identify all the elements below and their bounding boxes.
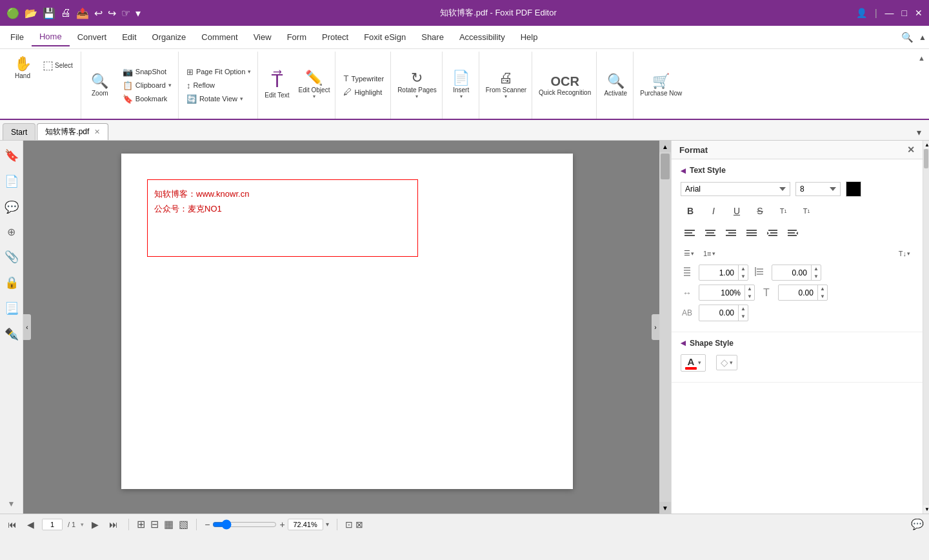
menu-help[interactable]: Help bbox=[513, 28, 546, 46]
rotate-pages-button[interactable]: ↻ Rotate Pages ▾ bbox=[394, 54, 441, 116]
bullet-list-button[interactable]: ☰ ▾ bbox=[681, 247, 697, 259]
scrollbar-thumb-right[interactable] bbox=[924, 149, 928, 168]
typewriter-button[interactable]: T Typewriter bbox=[341, 72, 386, 85]
scale-input[interactable]: ▲ ▼ bbox=[699, 285, 755, 301]
page-dropdown-arrow[interactable]: ▾ bbox=[81, 521, 84, 528]
baseline-up[interactable]: ▲ bbox=[739, 305, 748, 313]
scroll-up-button[interactable]: ▲ bbox=[659, 141, 671, 152]
strikethrough-button[interactable]: S bbox=[750, 202, 770, 220]
hand-tool-button[interactable]: ✋ Hand bbox=[6, 55, 39, 81]
dropdown-arrow-icon[interactable]: ▾ bbox=[135, 7, 141, 19]
pages-sidebar-icon[interactable]: 📄 bbox=[2, 172, 21, 191]
redo-icon[interactable]: ↪ bbox=[108, 7, 116, 19]
bold-button[interactable]: B bbox=[681, 202, 700, 220]
menu-edit[interactable]: Edit bbox=[114, 28, 144, 46]
zoom-dropdown-button[interactable]: ▾ bbox=[326, 521, 329, 528]
superscript-button[interactable]: T1 bbox=[774, 202, 793, 220]
zoom-out-button[interactable]: − bbox=[205, 519, 210, 530]
sidebar-collapse-arrow[interactable]: ▼ bbox=[8, 499, 15, 508]
extract-pages-icon[interactable]: ⊞ bbox=[137, 518, 145, 530]
grid-view-icon[interactable]: ▧ bbox=[179, 518, 188, 530]
clipboard-button[interactable]: 📋 Clipboard ▾ bbox=[120, 79, 174, 92]
line-spacing-input[interactable]: ▲ ▼ bbox=[699, 265, 748, 281]
scale-up[interactable]: ▲ bbox=[745, 285, 754, 293]
zoom-button[interactable]: 🔍 Zoom bbox=[84, 54, 116, 116]
highlight-button[interactable]: 🖊 Highlight bbox=[341, 86, 386, 98]
scale-value[interactable] bbox=[699, 286, 744, 299]
para-spacing-up[interactable]: ▲ bbox=[812, 265, 821, 273]
pdf-viewer[interactable]: ▲ ▼ ‹ › 知软博客：www.knowr.cn 公众号：麦克NO1 bbox=[23, 141, 671, 514]
ribbon-expand-icon[interactable]: ▲ bbox=[919, 33, 926, 42]
text-selection-box[interactable]: 知软博客：www.knowr.cn 公众号：麦克NO1 bbox=[147, 179, 418, 257]
menu-convert[interactable]: Convert bbox=[70, 28, 115, 46]
indent-decrease-button[interactable] bbox=[784, 225, 802, 242]
chat-button[interactable]: 💬 bbox=[911, 519, 924, 530]
baseline-down[interactable]: ▼ bbox=[739, 313, 748, 321]
activate-button[interactable]: 🔍 Activate bbox=[599, 54, 632, 116]
bookmark-button[interactable]: 🔖 Bookmark bbox=[120, 93, 174, 105]
close-button[interactable]: ✕ bbox=[915, 8, 923, 18]
subscript-button[interactable]: T1 bbox=[797, 202, 816, 220]
current-page-field[interactable] bbox=[43, 519, 62, 530]
zoom-in-button[interactable]: + bbox=[279, 519, 285, 530]
save-icon[interactable]: 💾 bbox=[43, 7, 55, 19]
menu-comment[interactable]: Comment bbox=[194, 28, 245, 46]
menu-accessibility[interactable]: Accessibility bbox=[452, 28, 513, 46]
tab-dropdown-arrow[interactable]: ▾ bbox=[912, 125, 926, 140]
para-spacing-input[interactable]: ▲ ▼ bbox=[772, 265, 821, 281]
italic-button[interactable]: I bbox=[704, 202, 723, 220]
split-view-icon[interactable]: ▦ bbox=[164, 518, 174, 530]
edit-text-button[interactable]: T⃗ Edit Text bbox=[261, 54, 293, 116]
fit-width-button[interactable]: ⊡ bbox=[345, 519, 353, 530]
format-panel-close[interactable]: ✕ bbox=[907, 145, 915, 155]
char-spacing-down[interactable]: ▼ bbox=[818, 293, 827, 301]
menu-form[interactable]: Form bbox=[279, 28, 314, 46]
snapshot-button[interactable]: 📷 SnapShot bbox=[120, 66, 174, 78]
ribbon-collapse-button[interactable]: ▲ bbox=[918, 54, 925, 62]
text-style-header[interactable]: ◀ Text Style bbox=[681, 166, 914, 175]
panel-collapse-right[interactable]: › bbox=[652, 314, 659, 340]
numbered-list-button[interactable]: 1≡ ▾ bbox=[700, 247, 719, 259]
menu-organize[interactable]: Organize bbox=[145, 28, 194, 46]
quick-recognition-button[interactable]: OCR Quick Recognition bbox=[535, 54, 595, 116]
comments-sidebar-icon[interactable]: 💬 bbox=[2, 197, 21, 217]
undo-icon[interactable]: ↩ bbox=[94, 7, 103, 19]
line-spacing-value[interactable] bbox=[699, 266, 738, 279]
vertical-scrollbar[interactable] bbox=[659, 152, 671, 502]
scroll-down-button[interactable]: ▼ bbox=[659, 502, 671, 514]
char-spacing-input[interactable]: ▲ ▼ bbox=[778, 285, 828, 301]
highlight-color-button[interactable]: ◇ ▾ bbox=[716, 355, 737, 370]
touch-icon[interactable]: ☞ bbox=[121, 7, 130, 19]
insert-button[interactable]: 📄 Insert ▾ bbox=[445, 54, 477, 116]
next-page-button[interactable]: ▶ bbox=[89, 518, 101, 531]
maximize-button[interactable]: □ bbox=[902, 8, 907, 18]
fields-sidebar-icon[interactable]: 📃 bbox=[2, 299, 21, 318]
page-number-input[interactable] bbox=[42, 519, 63, 530]
align-center-button[interactable] bbox=[701, 225, 719, 242]
rotate-view-button[interactable]: 🔄 Rotate View ▾ bbox=[184, 93, 254, 105]
select-tool-button[interactable]: ⬚ Select bbox=[39, 57, 77, 74]
print-icon[interactable]: 🖨 bbox=[61, 7, 71, 19]
char-spacing-up[interactable]: ▲ bbox=[818, 285, 827, 293]
underline-button[interactable]: U bbox=[727, 202, 746, 220]
security-sidebar-icon[interactable]: 🔒 bbox=[2, 273, 21, 292]
edit-object-button[interactable]: ✏️ Edit Object ▾ bbox=[295, 54, 334, 116]
page-fit-button[interactable]: ⊞ Page Fit Option ▾ bbox=[184, 66, 254, 78]
zoom-slider[interactable] bbox=[212, 519, 277, 530]
user-icon[interactable]: 👤 bbox=[856, 8, 867, 18]
align-left-button[interactable] bbox=[681, 225, 699, 242]
scrollbar-up-button[interactable]: ▲ bbox=[923, 141, 929, 149]
tab-pdf[interactable]: 知软博客.pdf ✕ bbox=[37, 123, 108, 140]
align-justify-button[interactable] bbox=[743, 225, 761, 242]
scrollbar-track[interactable] bbox=[923, 149, 929, 505]
baseline-input[interactable]: ▲ ▼ bbox=[699, 305, 748, 321]
share2-icon[interactable]: 📤 bbox=[76, 7, 89, 19]
para-spacing-down[interactable]: ▼ bbox=[812, 273, 821, 281]
tab-start[interactable]: Start bbox=[3, 123, 35, 140]
fit-page-button[interactable]: ⊠ bbox=[355, 519, 363, 530]
indent-increase-button[interactable] bbox=[763, 225, 781, 242]
line-spacing-down[interactable]: ▼ bbox=[739, 273, 748, 281]
font-family-select[interactable]: Arial Times New Roman Helvetica bbox=[681, 182, 790, 196]
menu-view[interactable]: View bbox=[246, 28, 279, 46]
para-spacing-value[interactable] bbox=[772, 266, 811, 279]
